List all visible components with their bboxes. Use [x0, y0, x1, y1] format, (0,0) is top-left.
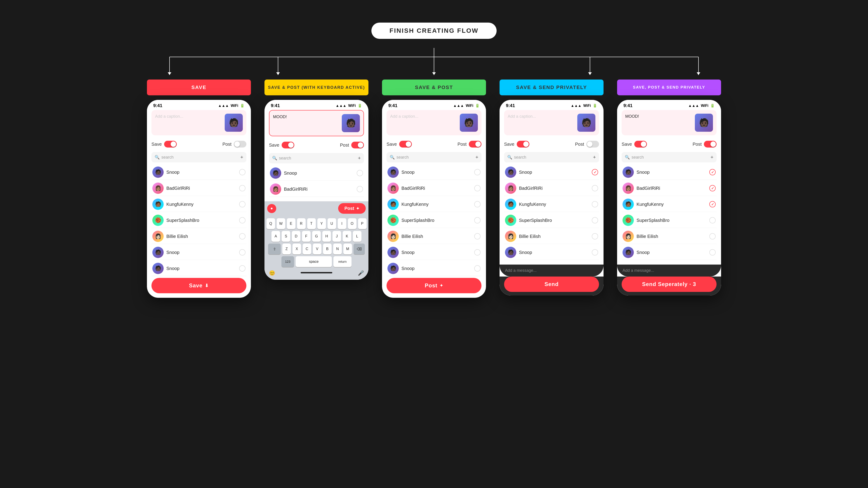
message-placeholder-5[interactable]: Add a message... — [622, 268, 716, 273]
mic-icon[interactable]: 🎤 — [358, 270, 364, 276]
search-plus-3[interactable]: + — [475, 154, 478, 160]
select-circle[interactable] — [592, 185, 598, 191]
status-bar-5: 9:41 ▲▲▲ WiFi 🔋 — [617, 100, 721, 110]
save-button-main[interactable]: Save ⬇ — [151, 278, 246, 293]
save-toggle-2[interactable] — [282, 142, 294, 149]
post-toggle-4[interactable] — [586, 141, 599, 148]
key-v[interactable]: V — [313, 243, 321, 254]
search-plus-5[interactable]: + — [710, 154, 713, 160]
search-text-1[interactable]: search — [161, 155, 239, 160]
select-circle[interactable] — [239, 249, 246, 256]
select-circle[interactable] — [709, 217, 716, 223]
key-y[interactable]: Y — [317, 218, 326, 229]
select-circle[interactable] — [709, 233, 716, 239]
select-circle[interactable] — [474, 233, 480, 239]
key-j[interactable]: J — [333, 231, 341, 242]
key-o[interactable]: O — [348, 218, 356, 229]
key-x[interactable]: X — [292, 243, 301, 254]
select-circle[interactable] — [239, 201, 246, 207]
emoji-icon[interactable]: 😊 — [269, 270, 275, 276]
save-toggle-3[interactable] — [399, 141, 412, 148]
check-mark: ✓ — [711, 170, 714, 174]
send-button[interactable]: Send — [504, 276, 599, 292]
select-circle[interactable] — [592, 201, 598, 207]
post-toggle-3[interactable] — [469, 141, 482, 148]
screen-column-keyboard: SAVE & POST (WITH KEYBOARD ACTIVE) 9:41 … — [265, 79, 368, 280]
key-l[interactable]: L — [353, 231, 362, 242]
record-button[interactable]: ● — [267, 204, 276, 213]
key-b[interactable]: B — [323, 243, 332, 254]
select-circle[interactable] — [592, 249, 598, 256]
key-i[interactable]: I — [338, 218, 346, 229]
key-t[interactable]: T — [307, 218, 316, 229]
select-circle[interactable] — [474, 217, 480, 223]
post-toggle-2[interactable] — [351, 142, 364, 149]
post-button-keyboard[interactable]: Post ✦ — [338, 203, 366, 214]
key-m[interactable]: M — [343, 243, 352, 254]
save-toggle-4[interactable] — [517, 141, 529, 148]
select-circle[interactable] — [474, 249, 480, 256]
avatar: 🏀 — [388, 215, 399, 226]
select-circle[interactable] — [709, 249, 716, 256]
select-circle[interactable] — [592, 233, 598, 239]
select-circle[interactable] — [357, 170, 363, 176]
key-c[interactable]: C — [303, 243, 311, 254]
search-text-3[interactable]: search — [397, 155, 473, 160]
finish-creating-flow-button[interactable]: FINISH CREATING FLOW — [371, 23, 497, 39]
post-button-main[interactable]: Post ✦ — [386, 278, 482, 293]
message-placeholder-4[interactable]: Add a message... — [505, 268, 598, 273]
key-a[interactable]: A — [272, 231, 280, 242]
select-circle[interactable] — [357, 186, 363, 192]
key-f[interactable]: F — [302, 231, 311, 242]
key-s[interactable]: S — [282, 231, 290, 242]
key-num[interactable]: 123 — [281, 256, 294, 267]
select-circle-checked[interactable]: ✓ — [592, 169, 598, 175]
key-q[interactable]: Q — [267, 218, 275, 229]
status-icons-5: ▲▲▲ WiFi 🔋 — [688, 103, 715, 108]
select-circle[interactable] — [239, 265, 246, 271]
key-d[interactable]: D — [292, 231, 301, 242]
search-text-4[interactable]: search — [514, 155, 591, 160]
select-circle[interactable] — [239, 233, 246, 239]
key-k[interactable]: K — [343, 231, 351, 242]
select-circle[interactable] — [474, 201, 480, 207]
save-toggle-5[interactable] — [634, 141, 647, 148]
avatar: 🧑🏿 — [622, 166, 634, 178]
select-circle-checked[interactable]: ✓ — [709, 169, 716, 175]
select-circle[interactable] — [239, 185, 246, 191]
search-plus-2[interactable]: + — [358, 155, 361, 161]
key-z[interactable]: Z — [282, 243, 291, 254]
search-icon-1: 🔍 — [155, 155, 160, 160]
search-text-5[interactable]: search — [631, 155, 709, 160]
save-toggle-1[interactable] — [164, 141, 177, 148]
search-text-2[interactable]: search — [279, 156, 356, 161]
send-separately-button[interactable]: Send Seperately · 3 — [622, 276, 717, 292]
select-circle[interactable] — [474, 265, 480, 271]
user-item: 🧑🏿 Snoop — [151, 245, 246, 260]
key-n[interactable]: N — [333, 243, 342, 254]
home-indicator — [301, 272, 332, 273]
search-plus-1[interactable]: + — [240, 154, 243, 160]
key-g[interactable]: G — [312, 231, 321, 242]
select-circle[interactable] — [239, 169, 246, 175]
select-circle[interactable] — [474, 185, 480, 191]
key-h[interactable]: H — [322, 231, 331, 242]
key-space[interactable]: space — [296, 256, 332, 267]
key-p[interactable]: P — [358, 218, 367, 229]
select-circle[interactable] — [474, 169, 480, 175]
select-circle[interactable] — [592, 217, 598, 223]
key-backspace[interactable]: ⌫ — [353, 243, 365, 254]
key-shift[interactable]: ⇧ — [268, 243, 281, 254]
key-w[interactable]: W — [277, 218, 285, 229]
key-e[interactable]: E — [287, 218, 296, 229]
post-toggle-1[interactable] — [234, 141, 246, 148]
post-toggle-5[interactable] — [704, 141, 717, 148]
post-toggle-group-3: Post — [458, 141, 482, 148]
key-u[interactable]: U — [328, 218, 336, 229]
select-circle[interactable] — [239, 217, 246, 223]
search-plus-4[interactable]: + — [593, 154, 596, 160]
select-circle-checked[interactable]: ✓ — [709, 201, 716, 207]
select-circle-checked[interactable]: ✓ — [709, 185, 716, 191]
key-return[interactable]: return — [333, 256, 351, 267]
key-r[interactable]: R — [297, 218, 306, 229]
